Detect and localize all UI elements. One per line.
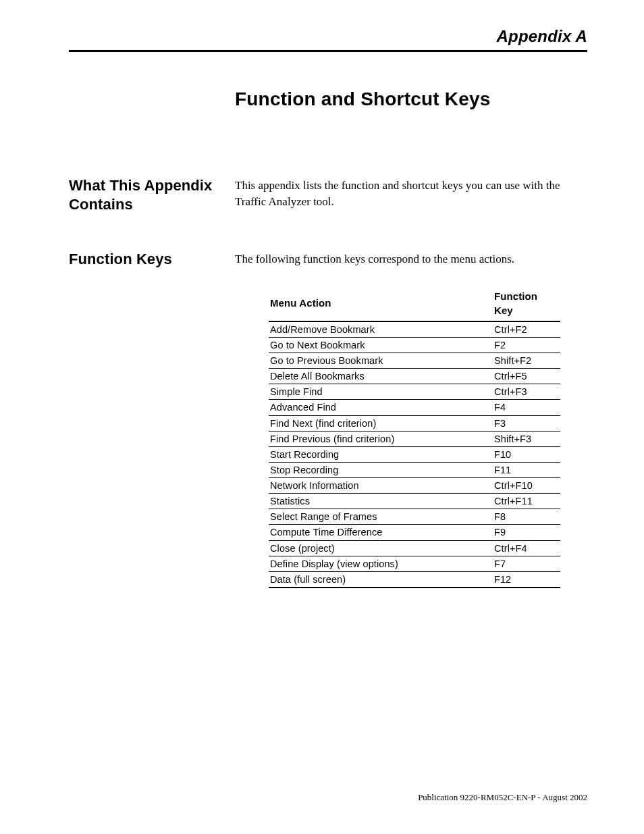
table-cell-key: F9 bbox=[493, 525, 560, 540]
table-header-action: Menu Action bbox=[269, 286, 493, 321]
table-cell-action: Start Recording bbox=[269, 446, 493, 462]
section-body-fk: The following function keys correspond t… bbox=[235, 250, 587, 588]
table-cell-key: F3 bbox=[493, 415, 560, 431]
section-heading-fk: Function Keys bbox=[69, 250, 235, 588]
table-cell-action: Go to Previous Bookmark bbox=[269, 353, 493, 369]
table-row: StatisticsCtrl+F11 bbox=[269, 494, 560, 509]
table-cell-action: Find Previous (find criterion) bbox=[269, 431, 493, 446]
table-cell-action: Close (project) bbox=[269, 540, 493, 556]
page-title: Function and Shortcut Keys bbox=[235, 88, 587, 110]
table-row: Simple FindCtrl+F3 bbox=[269, 384, 560, 400]
table-cell-action: Find Next (find criterion) bbox=[269, 415, 493, 431]
table-row: Find Previous (find criterion)Shift+F3 bbox=[269, 431, 560, 446]
table-cell-key: Ctrl+F11 bbox=[493, 494, 560, 509]
table-row: Stop RecordingF11 bbox=[269, 462, 560, 477]
table-cell-action: Go to Next Bookmark bbox=[269, 337, 493, 353]
table-header-key: Function Key bbox=[493, 286, 560, 321]
table-cell-key: Shift+F2 bbox=[493, 353, 560, 369]
table-row: Add/Remove BookmarkCtrl+F2 bbox=[269, 321, 560, 338]
fk-intro-text: The following function keys correspond t… bbox=[235, 251, 587, 267]
table-cell-key: Ctrl+F3 bbox=[493, 384, 560, 400]
table-cell-key: F11 bbox=[493, 462, 560, 477]
table-row: Data (full screen)F12 bbox=[269, 571, 560, 588]
table-cell-key: F4 bbox=[493, 400, 560, 415]
table-cell-action: Network Information bbox=[269, 478, 493, 494]
section-function-keys: Function Keys The following function key… bbox=[69, 250, 587, 588]
table-row: Define Display (view options)F7 bbox=[269, 556, 560, 571]
appendix-label: Appendix A bbox=[69, 27, 587, 52]
table-row: Compute Time DifferenceF9 bbox=[269, 525, 560, 540]
table-row: Advanced FindF4 bbox=[269, 400, 560, 415]
table-row: Select Range of FramesF8 bbox=[269, 509, 560, 525]
section-what-contains: What This Appendix Contains This appendi… bbox=[69, 176, 587, 213]
table-cell-action: Statistics bbox=[269, 494, 493, 509]
section-body-contains: This appendix lists the function and sho… bbox=[235, 176, 587, 213]
table-cell-key: F2 bbox=[493, 337, 560, 353]
publication-footer: Publication 9220-RM052C-EN-P - August 20… bbox=[418, 792, 587, 803]
table-cell-action: Define Display (view options) bbox=[269, 556, 493, 571]
table-cell-key: F10 bbox=[493, 446, 560, 462]
table-row: Close (project)Ctrl+F4 bbox=[269, 540, 560, 556]
table-row: Go to Previous BookmarkShift+F2 bbox=[269, 353, 560, 369]
table-cell-action: Add/Remove Bookmark bbox=[269, 321, 493, 338]
section-heading-contains: What This Appendix Contains bbox=[69, 176, 235, 213]
table-cell-key: Ctrl+F5 bbox=[493, 369, 560, 384]
table-cell-action: Data (full screen) bbox=[269, 571, 493, 588]
table-cell-action: Advanced Find bbox=[269, 400, 493, 415]
table-cell-key: Ctrl+F4 bbox=[493, 540, 560, 556]
table-cell-action: Simple Find bbox=[269, 384, 493, 400]
table-row: Go to Next BookmarkF2 bbox=[269, 337, 560, 353]
table-row: Find Next (find criterion)F3 bbox=[269, 415, 560, 431]
function-keys-table: Menu Action Function Key Add/Remove Book… bbox=[269, 286, 560, 588]
table-cell-key: F8 bbox=[493, 509, 560, 525]
table-row: Start RecordingF10 bbox=[269, 446, 560, 462]
table-cell-key: F7 bbox=[493, 556, 560, 571]
table-cell-key: Ctrl+F2 bbox=[493, 321, 560, 338]
table-cell-action: Compute Time Difference bbox=[269, 525, 493, 540]
table-cell-action: Stop Recording bbox=[269, 462, 493, 477]
table-cell-action: Delete All Bookmarks bbox=[269, 369, 493, 384]
table-cell-action: Select Range of Frames bbox=[269, 509, 493, 525]
table-cell-key: F12 bbox=[493, 571, 560, 588]
table-row: Network InformationCtrl+F10 bbox=[269, 478, 560, 494]
table-row: Delete All BookmarksCtrl+F5 bbox=[269, 369, 560, 384]
table-cell-key: Shift+F3 bbox=[493, 431, 560, 446]
table-cell-key: Ctrl+F10 bbox=[493, 478, 560, 494]
